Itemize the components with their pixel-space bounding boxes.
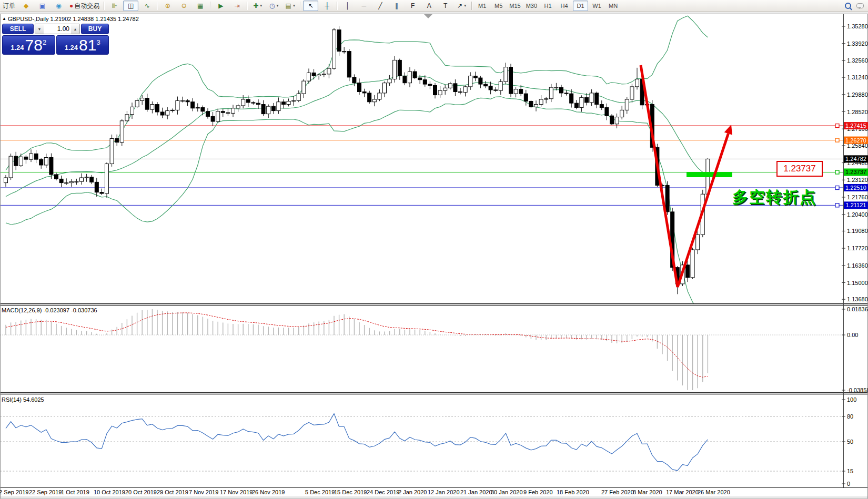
candle-body	[322, 74, 326, 75]
rsi-axis-label: 100	[847, 396, 856, 403]
tf-d1-button[interactable]: D1	[573, 1, 588, 11]
tf-m30-button[interactable]: M30	[524, 1, 539, 11]
candle-body	[554, 87, 558, 88]
price-axis-label: 1.17720	[847, 245, 868, 251]
line-chart-button[interactable]: ∿	[139, 1, 155, 11]
terminal-window-icon[interactable]: ▣	[35, 1, 50, 11]
trendline-icon: ╱	[378, 1, 382, 11]
arrows-icon: ↗	[457, 1, 462, 11]
volume-input[interactable]	[44, 24, 71, 34]
sell-button[interactable]: SELL	[2, 24, 34, 34]
vertical-line-button[interactable]: │	[340, 1, 355, 11]
zoom-out-button[interactable]: ⊖	[176, 1, 191, 11]
tf-h4-button[interactable]: H4	[557, 1, 572, 11]
candle-body	[519, 89, 523, 94]
arrows-button[interactable]: ↗▾	[454, 1, 469, 11]
candle-body	[267, 106, 270, 114]
periods-button[interactable]: ◷▾	[266, 1, 281, 11]
turning-point-annotation[interactable]: 多空转折点	[732, 187, 816, 208]
candle-body	[65, 183, 68, 184]
date-axis-label: 22 Sep 2019	[29, 489, 62, 495]
candle-body	[574, 103, 578, 107]
line-handle[interactable]	[835, 186, 839, 189]
volume-decrease-button[interactable]: ▼	[35, 24, 44, 34]
candle-body	[433, 86, 437, 95]
tile-windows-button[interactable]: ▦	[193, 1, 208, 11]
zoom-in-button[interactable]: ⊕	[160, 1, 175, 11]
candle	[120, 119, 124, 146]
line-handle[interactable]	[835, 203, 839, 207]
date-axis-label: 10 Oct 2019	[94, 489, 125, 495]
candle-body	[181, 100, 185, 101]
candlestick-chart-button[interactable]: ◫	[123, 1, 138, 11]
auto-scroll-button[interactable]: ▶	[213, 1, 228, 11]
tf-m5-button[interactable]: M5	[491, 1, 506, 11]
candle	[610, 114, 614, 125]
autotrading-button[interactable]: ●自动交易	[67, 1, 102, 11]
candle-body	[378, 93, 381, 99]
ask-price-sup: 3	[96, 39, 100, 46]
bar-chart-icon: ⊪	[112, 1, 117, 11]
bottom-strip	[1, 496, 867, 498]
chart-canvas[interactable]: 1.352801.339201.325601.312401.298801.285…	[0, 0, 868, 499]
text-button[interactable]: A	[421, 1, 437, 11]
date-axis-label: 8 Mar 2020	[633, 489, 662, 495]
candle	[347, 49, 351, 81]
candle-body	[534, 105, 538, 107]
toolbar-separator	[300, 2, 301, 10]
candle-body	[388, 79, 391, 83]
new-order-icon[interactable]: ◆	[18, 1, 34, 11]
price-callout-box[interactable]: 1.23737	[776, 161, 823, 177]
volume-increase-button[interactable]: ▲	[71, 24, 79, 34]
date-axis-label: 9 Feb 2020	[523, 489, 553, 495]
candle-body	[580, 97, 583, 107]
chat-icon[interactable]	[856, 3, 864, 8]
autotrading-icon: ●	[69, 1, 73, 11]
zoom-in-icon: ⊕	[165, 1, 170, 11]
bid-price-box[interactable]: 1.24 78 2	[2, 35, 55, 55]
tf-h1-button[interactable]: H1	[540, 1, 556, 11]
candle-body	[615, 117, 619, 124]
candle-body	[69, 181, 73, 182]
ask-price-box[interactable]: 1.24 81 3	[56, 35, 109, 55]
candle-body	[206, 111, 210, 117]
tf-mn-button[interactable]: MN	[605, 1, 621, 11]
tf-m15-button[interactable]: M15	[507, 1, 522, 11]
candle-body	[292, 100, 296, 101]
equidistant-channel-button[interactable]: ∥	[389, 1, 404, 11]
templates-button[interactable]: ▤▾	[282, 1, 298, 11]
buy-button[interactable]: BUY	[81, 24, 109, 34]
price-badge-label: 1.26270	[845, 137, 866, 144]
candle-body	[686, 265, 690, 278]
date-axis-label: 24 Dec 2019	[367, 489, 399, 495]
candle	[691, 248, 694, 279]
new-order-button[interactable]: 订单	[1, 1, 17, 11]
tf-m1-button[interactable]: M1	[475, 1, 490, 11]
cursor-button[interactable]: ↖	[303, 1, 318, 11]
tf-m30-button-label: M30	[526, 1, 537, 11]
panel-collapse-icon[interactable]: ▲	[2, 16, 6, 21]
line-handle[interactable]	[835, 124, 839, 128]
horizontal-line-button[interactable]: ─	[356, 1, 371, 11]
toolbar: 订单◆▣◉●自动交易⊪◫∿⊕⊖▦▶⇥✚▾◷▾▤▾↖┼│─╱∥FAT↗▾M1M5M…	[0, 0, 868, 12]
text-label-button[interactable]: T	[438, 1, 453, 11]
fibonacci-button[interactable]: F	[405, 1, 420, 11]
date-axis-label: 26 Mar 2020	[698, 489, 730, 495]
indicators-button[interactable]: ✚▾	[250, 1, 265, 11]
crosshair-button[interactable]: ┼	[319, 1, 335, 11]
candle	[9, 154, 13, 180]
crosshair-icon: ┼	[325, 1, 329, 11]
green-highlight-bar[interactable]	[687, 172, 732, 177]
candle-body	[221, 111, 225, 113]
trendline-button[interactable]: ╱	[372, 1, 388, 11]
chart-shift-button[interactable]: ⇥	[229, 1, 245, 11]
line-handle[interactable]	[835, 170, 839, 174]
tf-mn-button-label: MN	[609, 1, 618, 11]
bar-chart-button[interactable]: ⊪	[107, 1, 122, 11]
signals-icon[interactable]: ◉	[51, 1, 66, 11]
tf-w1-button[interactable]: W1	[589, 1, 604, 11]
candle-body	[75, 181, 78, 182]
search-icon[interactable]	[845, 3, 851, 9]
line-handle[interactable]	[835, 138, 839, 142]
rsi-axis-label: 80	[847, 413, 853, 420]
